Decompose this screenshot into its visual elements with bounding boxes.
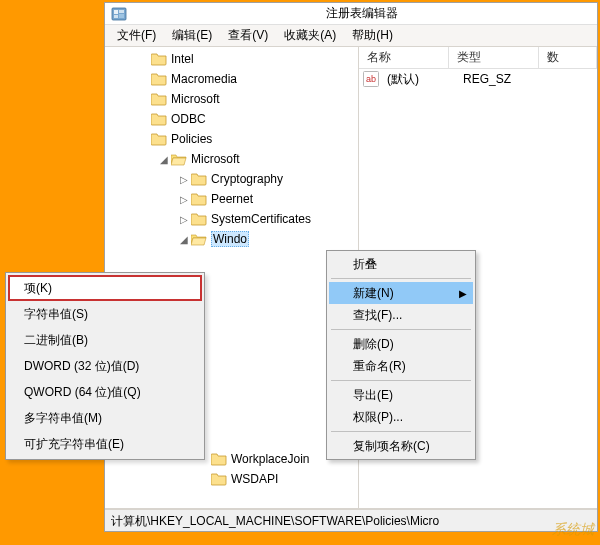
submenu-item[interactable]: DWORD (32 位)值(D): [8, 353, 202, 379]
tree-item-label: ODBC: [171, 112, 206, 126]
tree-twisty-icon[interactable]: ▷: [177, 214, 191, 225]
col-name[interactable]: 名称: [359, 47, 449, 68]
menu-file[interactable]: 文件(F): [109, 25, 164, 46]
folder-icon: [191, 171, 207, 187]
submenu-item[interactable]: 可扩充字符串值(E): [8, 431, 202, 457]
tree-item[interactable]: WSDAPI: [105, 469, 358, 489]
folder-icon: [191, 231, 207, 247]
folder-icon: [151, 51, 167, 67]
value-row-default[interactable]: (默认) REG_SZ: [359, 69, 597, 89]
tree-item[interactable]: ▷Peernet: [105, 189, 358, 209]
tree-item-label: Microsoft: [171, 92, 220, 106]
tree-item-label: Policies: [171, 132, 212, 146]
tree-item[interactable]: Microsoft: [105, 89, 358, 109]
ctx-separator: [331, 278, 471, 279]
submenu-item[interactable]: QWORD (64 位)值(Q): [8, 379, 202, 405]
submenu-item[interactable]: 二进制值(B): [8, 327, 202, 353]
status-bar: 计算机\HKEY_LOCAL_MACHINE\SOFTWARE\Policies…: [105, 509, 597, 531]
ctx-permissions[interactable]: 权限(P)...: [329, 406, 473, 428]
menu-view[interactable]: 查看(V): [220, 25, 276, 46]
tree-item-label: SystemCertificates: [211, 212, 311, 226]
ctx-separator: [331, 329, 471, 330]
value-type: REG_SZ: [455, 72, 545, 86]
tree-item-label: Microsoft: [191, 152, 240, 166]
context-menu: 折叠 新建(N) ▶ 查找(F)... 删除(D) 重命名(R) 导出(E) 权…: [326, 250, 476, 460]
menu-bar: 文件(F) 编辑(E) 查看(V) 收藏夹(A) 帮助(H): [105, 25, 597, 47]
folder-icon: [151, 71, 167, 87]
submenu-item[interactable]: 字符串值(S): [8, 301, 202, 327]
menu-help[interactable]: 帮助(H): [344, 25, 401, 46]
submenu-arrow-icon: ▶: [459, 288, 467, 299]
tree-item-label: Windo: [211, 231, 249, 247]
submenu-item[interactable]: 项(K): [8, 275, 202, 301]
folder-icon: [171, 151, 187, 167]
tree-item-label: Peernet: [211, 192, 253, 206]
list-header: 名称 类型 数: [359, 47, 597, 69]
ctx-export[interactable]: 导出(E): [329, 384, 473, 406]
ctx-separator: [331, 380, 471, 381]
menu-edit[interactable]: 编辑(E): [164, 25, 220, 46]
tree-item[interactable]: Intel: [105, 49, 358, 69]
folder-icon: [151, 131, 167, 147]
ctx-copy-key-name[interactable]: 复制项名称(C): [329, 435, 473, 457]
ctx-collapse[interactable]: 折叠: [329, 253, 473, 275]
string-value-icon: [363, 71, 379, 87]
folder-icon: [211, 471, 227, 487]
ctx-delete[interactable]: 删除(D): [329, 333, 473, 355]
tree-twisty-icon[interactable]: ▷: [177, 174, 191, 185]
ctx-new-label: 新建(N): [353, 285, 394, 302]
tree-item[interactable]: Macromedia: [105, 69, 358, 89]
menu-favorites[interactable]: 收藏夹(A): [276, 25, 344, 46]
tree-item-label: Intel: [171, 52, 194, 66]
tree-twisty-icon[interactable]: ◢: [177, 234, 191, 245]
tree-twisty-icon[interactable]: ▷: [177, 194, 191, 205]
folder-icon: [151, 91, 167, 107]
tree-twisty-icon[interactable]: ◢: [157, 154, 171, 165]
tree-item[interactable]: ▷Cryptography: [105, 169, 358, 189]
folder-icon: [191, 191, 207, 207]
folder-icon: [211, 451, 227, 467]
window-title: 注册表编辑器: [127, 5, 597, 22]
regedit-icon: [111, 6, 127, 22]
new-submenu: 项(K)字符串值(S)二进制值(B)DWORD (32 位)值(D)QWORD …: [5, 272, 205, 460]
tree-item-label: Macromedia: [171, 72, 237, 86]
tree-item-label: WorkplaceJoin: [231, 452, 309, 466]
tree-item-label: Cryptography: [211, 172, 283, 186]
tree-item[interactable]: [105, 249, 358, 269]
col-data[interactable]: 数: [539, 47, 597, 68]
tree-item[interactable]: ▷SystemCertificates: [105, 209, 358, 229]
submenu-item[interactable]: 多字符串值(M): [8, 405, 202, 431]
tree-item-label: WSDAPI: [231, 472, 278, 486]
ctx-new[interactable]: 新建(N) ▶: [329, 282, 473, 304]
tree-item[interactable]: ◢Microsoft: [105, 149, 358, 169]
col-type[interactable]: 类型: [449, 47, 539, 68]
tree-item[interactable]: ◢Windo: [105, 229, 358, 249]
tree-item[interactable]: Policies: [105, 129, 358, 149]
tree-item[interactable]: ODBC: [105, 109, 358, 129]
ctx-find[interactable]: 查找(F)...: [329, 304, 473, 326]
ctx-rename[interactable]: 重命名(R): [329, 355, 473, 377]
value-name: (默认): [379, 71, 455, 88]
title-bar[interactable]: 注册表编辑器: [105, 3, 597, 25]
folder-icon: [191, 211, 207, 227]
ctx-separator: [331, 431, 471, 432]
folder-icon: [151, 111, 167, 127]
